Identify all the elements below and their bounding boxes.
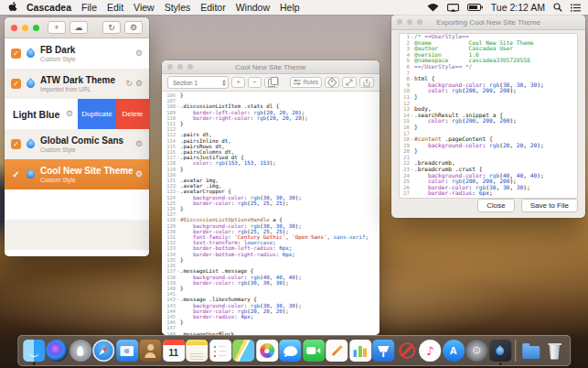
settings-button[interactable]: ⚙ [124, 21, 143, 34]
search-icon[interactable] [553, 3, 562, 12]
gear-icon[interactable]: ⚙ [135, 80, 143, 88]
theme-subtitle: Imported from URL [40, 86, 121, 92]
dock-icon-launchpad[interactable] [69, 340, 91, 362]
tag-button[interactable] [325, 77, 339, 88]
menu-app-name[interactable]: Cascadea [27, 2, 71, 13]
dock-icon-numbers[interactable] [349, 340, 371, 362]
dock-icon-downloads[interactable] [520, 340, 542, 362]
code-text: ==/UserStyle== */ [414, 64, 577, 70]
dock-icon-siri[interactable] [46, 340, 68, 362]
share-button[interactable] [359, 77, 374, 88]
close-button[interactable] [397, 19, 402, 25]
add-section-button[interactable]: + [231, 77, 245, 88]
wifi-icon[interactable] [427, 4, 439, 12]
dock-icon-facetime[interactable] [303, 340, 325, 362]
dock-icon-cascadea[interactable] [489, 340, 511, 362]
theme-row-global-comic-sans[interactable]: ✓Global Comic SansCustom Style⚙ [5, 129, 149, 159]
gear-icon[interactable]: ⚙ [135, 49, 143, 58]
theme-title: ATW Dark Theme [40, 75, 121, 85]
notification-list-icon[interactable] [571, 4, 581, 12]
battery-icon[interactable] [467, 4, 483, 11]
line-number: 25 [400, 179, 410, 185]
dock-icon-keynote[interactable] [372, 340, 394, 362]
messages-glyph [283, 346, 297, 356]
line-number: 8 [400, 76, 410, 82]
gear-icon[interactable]: ⚙ [66, 110, 73, 118]
theme-enabled-checkbox[interactable]: ✓ [11, 139, 21, 149]
code-line: 6 ==/UserStyle== */ [400, 64, 577, 70]
finder-glyph [28, 350, 39, 357]
zoom-button[interactable] [33, 25, 39, 31]
dock-icon-photos[interactable] [256, 340, 278, 362]
dock-icon-finder[interactable] [23, 340, 45, 362]
theme-row-fb-dark[interactable]: ✓FB DarkCustom Style⚙ [5, 38, 149, 69]
theme-enabled-checkbox[interactable]: ✓ [11, 169, 21, 179]
menubar-clock[interactable]: Tue 2:12 AM [491, 2, 545, 13]
menu-window[interactable]: Window [236, 2, 270, 13]
dock-icon-messages[interactable] [279, 340, 301, 362]
calendar-detail: 11 [168, 349, 178, 358]
dock-icon-safari[interactable] [92, 340, 114, 362]
sync-icon[interactable]: ↻ [125, 80, 133, 88]
stepper-icon [222, 80, 226, 86]
duplicate-section-button[interactable] [264, 77, 279, 88]
dock-icon-notes[interactable] [186, 340, 208, 362]
menu-help[interactable]: Help [280, 2, 300, 13]
display-mirroring-icon[interactable] [447, 4, 459, 12]
line-number: 16 [400, 124, 410, 131]
minimize-button[interactable] [407, 19, 412, 25]
import-from-url-button[interactable]: ☁ [69, 21, 88, 34]
menu-file[interactable]: File [81, 2, 97, 13]
line-number: 3 [400, 46, 410, 52]
theme-row-cool-new-site-theme[interactable]: ✓Cool New Site ThemeCustom Style⚙ [5, 159, 149, 189]
line-number: 27 [400, 190, 410, 197]
gear-icon[interactable]: ⚙ [135, 170, 143, 179]
zoom-button[interactable] [417, 19, 422, 25]
copy-icon [268, 79, 275, 87]
apple-menu-icon[interactable] [7, 2, 17, 13]
menu-view[interactable]: View [134, 2, 155, 13]
editor-window: Cool New Site Theme Section 1 + − Rules [162, 60, 380, 335]
delete-button[interactable]: Delete [116, 99, 149, 129]
menu-edit[interactable]: Edit [107, 2, 123, 13]
editor-code-area[interactable]: 106 }107 108-.discussionListItem .stats … [162, 92, 380, 335]
theme-enabled-checkbox[interactable]: ✓ [11, 49, 21, 59]
zoom-button[interactable] [187, 64, 193, 70]
code-text [414, 101, 577, 107]
dock-icon-reminders[interactable] [209, 340, 231, 362]
refresh-button[interactable]: ↻ [102, 21, 121, 34]
menu-editor[interactable]: Editor [200, 2, 225, 13]
dock-icon-appstore[interactable]: A [443, 340, 465, 362]
dock-icon-maps[interactable] [232, 340, 254, 362]
minimize-button[interactable] [177, 64, 183, 70]
theme-enabled-checkbox[interactable]: ✓ [11, 79, 21, 89]
menu-styles[interactable]: Styles [165, 2, 191, 13]
dock-icon-contacts[interactable] [139, 340, 161, 362]
theme-row-atw-dark-theme[interactable]: ✓ATW Dark ThemeImported from URL↻⚙ [5, 69, 149, 99]
dock-icon-trash[interactable] [543, 340, 565, 362]
section-selector[interactable]: Section 1 [167, 76, 229, 89]
dock-icon-prohibited[interactable] [396, 340, 418, 362]
close-export-button[interactable]: Close [477, 199, 514, 212]
cascadea-drop-icon [25, 168, 37, 180]
dock-icon-mail[interactable] [116, 340, 138, 362]
add-theme-button[interactable]: + [48, 21, 66, 34]
minimize-button[interactable] [22, 25, 28, 31]
section-selector-label: Section 1 [173, 80, 198, 86]
duplicate-button[interactable]: Duplicate [78, 99, 116, 129]
theme-title: Global Comic Sans [40, 135, 131, 146]
gear-icon[interactable]: ⚙ [135, 140, 143, 148]
dock-icon-pages[interactable] [326, 340, 347, 362]
theme-row-light-blue[interactable]: Light Blue⚙DuplicateDelete [5, 99, 149, 129]
rules-button[interactable]: Rules [290, 77, 322, 88]
save-to-file-button[interactable]: Save to File [521, 199, 578, 212]
contacts-glyph [147, 344, 154, 351]
dock-icon-calendar[interactable]: 11 [163, 340, 185, 362]
expand-button[interactable] [342, 77, 357, 88]
close-button[interactable] [11, 25, 17, 31]
dock-icon-sysprefs[interactable]: ⚙ [465, 340, 487, 362]
dock-icon-itunes[interactable]: ♪ [419, 340, 441, 362]
close-button[interactable] [167, 64, 173, 70]
remove-section-button[interactable]: − [248, 77, 262, 88]
launchpad-glyph [77, 346, 83, 356]
